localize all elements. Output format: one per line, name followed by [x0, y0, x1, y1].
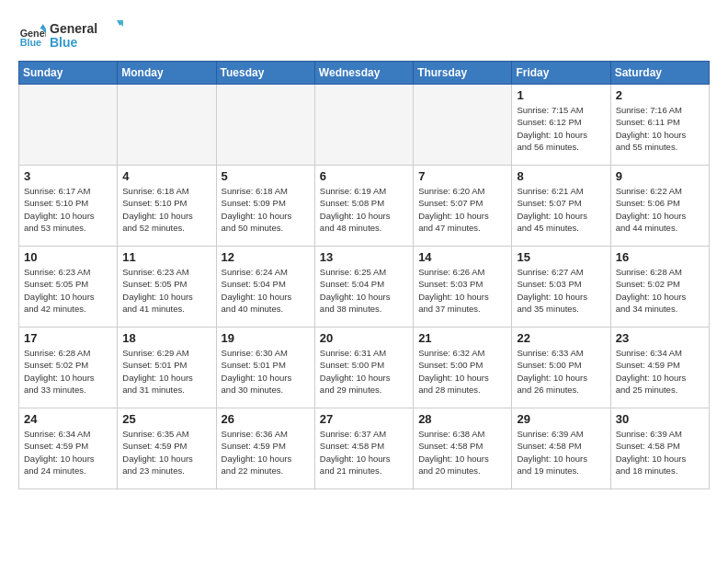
day-number: 10	[24, 250, 112, 264]
page-header: General Blue General Blue	[18, 18, 710, 52]
weekday-header-friday: Friday	[512, 62, 610, 85]
calendar-table: SundayMondayTuesdayWednesdayThursdayFrid…	[18, 61, 710, 489]
calendar-cell: 9Sunrise: 6:22 AM Sunset: 5:06 PM Daylig…	[610, 166, 709, 247]
day-info: Sunrise: 6:21 AM Sunset: 5:07 PM Dayligh…	[517, 185, 605, 234]
day-info: Sunrise: 6:34 AM Sunset: 4:59 PM Dayligh…	[24, 428, 112, 477]
day-number: 27	[320, 412, 408, 426]
day-number: 30	[616, 412, 704, 426]
day-info: Sunrise: 6:26 AM Sunset: 5:03 PM Dayligh…	[418, 266, 506, 315]
calendar-cell	[414, 85, 512, 166]
logo: General Blue General Blue	[18, 18, 123, 52]
calendar-cell	[118, 85, 216, 166]
day-number: 24	[24, 412, 112, 426]
weekday-header-row: SundayMondayTuesdayWednesdayThursdayFrid…	[19, 62, 710, 85]
svg-text:General: General	[50, 21, 97, 36]
day-number: 13	[320, 250, 408, 264]
day-info: Sunrise: 6:39 AM Sunset: 4:58 PM Dayligh…	[616, 428, 704, 477]
day-number: 19	[222, 331, 310, 345]
calendar-cell: 2Sunrise: 7:16 AM Sunset: 6:11 PM Daylig…	[610, 85, 709, 166]
day-info: Sunrise: 6:19 AM Sunset: 5:08 PM Dayligh…	[320, 185, 408, 234]
day-number: 1	[517, 88, 605, 102]
day-info: Sunrise: 6:17 AM Sunset: 5:10 PM Dayligh…	[24, 185, 112, 234]
calendar-cell: 17Sunrise: 6:28 AM Sunset: 5:02 PM Dayli…	[19, 327, 118, 408]
day-info: Sunrise: 6:32 AM Sunset: 5:00 PM Dayligh…	[418, 347, 506, 396]
day-info: Sunrise: 7:16 AM Sunset: 6:11 PM Dayligh…	[616, 104, 704, 153]
day-number: 20	[320, 331, 408, 345]
day-info: Sunrise: 6:36 AM Sunset: 4:59 PM Dayligh…	[222, 428, 310, 477]
day-info: Sunrise: 6:35 AM Sunset: 4:59 PM Dayligh…	[122, 428, 210, 477]
weekday-header-wednesday: Wednesday	[314, 62, 413, 85]
calendar-cell: 22Sunrise: 6:33 AM Sunset: 5:00 PM Dayli…	[512, 327, 610, 408]
calendar-cell: 6Sunrise: 6:19 AM Sunset: 5:08 PM Daylig…	[314, 166, 413, 247]
day-number: 14	[418, 250, 506, 264]
calendar-cell: 10Sunrise: 6:23 AM Sunset: 5:05 PM Dayli…	[19, 247, 118, 327]
calendar-cell: 13Sunrise: 6:25 AM Sunset: 5:04 PM Dayli…	[314, 247, 413, 327]
day-info: Sunrise: 6:31 AM Sunset: 5:00 PM Dayligh…	[320, 347, 408, 396]
calendar-cell: 3Sunrise: 6:17 AM Sunset: 5:10 PM Daylig…	[19, 166, 118, 247]
calendar-cell: 1Sunrise: 7:15 AM Sunset: 6:12 PM Daylig…	[512, 85, 610, 166]
calendar-cell: 29Sunrise: 6:39 AM Sunset: 4:58 PM Dayli…	[512, 408, 610, 489]
weekday-header-tuesday: Tuesday	[216, 62, 314, 85]
day-number: 7	[418, 169, 506, 183]
day-number: 11	[122, 250, 210, 264]
day-info: Sunrise: 6:25 AM Sunset: 5:04 PM Dayligh…	[320, 266, 408, 315]
calendar-cell: 14Sunrise: 6:26 AM Sunset: 5:03 PM Dayli…	[414, 247, 512, 327]
day-info: Sunrise: 6:29 AM Sunset: 5:01 PM Dayligh…	[122, 347, 210, 396]
day-info: Sunrise: 6:30 AM Sunset: 5:01 PM Dayligh…	[222, 347, 310, 396]
calendar-cell: 23Sunrise: 6:34 AM Sunset: 4:59 PM Dayli…	[610, 327, 709, 408]
week-row-2: 3Sunrise: 6:17 AM Sunset: 5:10 PM Daylig…	[19, 166, 710, 247]
calendar-cell: 24Sunrise: 6:34 AM Sunset: 4:59 PM Dayli…	[19, 408, 118, 489]
day-info: Sunrise: 6:23 AM Sunset: 5:05 PM Dayligh…	[122, 266, 210, 315]
svg-marker-2	[40, 24, 46, 29]
calendar-cell: 15Sunrise: 6:27 AM Sunset: 5:03 PM Dayli…	[512, 247, 610, 327]
day-number: 9	[616, 169, 704, 183]
day-number: 5	[222, 169, 310, 183]
day-info: Sunrise: 6:34 AM Sunset: 4:59 PM Dayligh…	[616, 347, 704, 396]
day-info: Sunrise: 6:39 AM Sunset: 4:58 PM Dayligh…	[517, 428, 605, 477]
day-info: Sunrise: 6:18 AM Sunset: 5:09 PM Dayligh…	[222, 185, 310, 234]
day-info: Sunrise: 6:23 AM Sunset: 5:05 PM Dayligh…	[24, 266, 112, 315]
day-number: 21	[418, 331, 506, 345]
logo-svg: General Blue	[50, 18, 123, 52]
weekday-header-thursday: Thursday	[414, 62, 512, 85]
calendar-cell: 30Sunrise: 6:39 AM Sunset: 4:58 PM Dayli…	[610, 408, 709, 489]
week-row-3: 10Sunrise: 6:23 AM Sunset: 5:05 PM Dayli…	[19, 247, 710, 327]
calendar-cell: 12Sunrise: 6:24 AM Sunset: 5:04 PM Dayli…	[216, 247, 314, 327]
calendar-cell: 19Sunrise: 6:30 AM Sunset: 5:01 PM Dayli…	[216, 327, 314, 408]
calendar-cell: 18Sunrise: 6:29 AM Sunset: 5:01 PM Dayli…	[118, 327, 216, 408]
day-number: 3	[24, 169, 112, 183]
calendar-cell: 4Sunrise: 6:18 AM Sunset: 5:10 PM Daylig…	[118, 166, 216, 247]
day-number: 18	[122, 331, 210, 345]
svg-text:Blue: Blue	[50, 35, 78, 50]
calendar-cell: 11Sunrise: 6:23 AM Sunset: 5:05 PM Dayli…	[118, 247, 216, 327]
weekday-header-monday: Monday	[118, 62, 216, 85]
day-info: Sunrise: 7:15 AM Sunset: 6:12 PM Dayligh…	[517, 104, 605, 153]
day-info: Sunrise: 6:20 AM Sunset: 5:07 PM Dayligh…	[418, 185, 506, 234]
calendar-cell	[216, 85, 314, 166]
day-info: Sunrise: 6:24 AM Sunset: 5:04 PM Dayligh…	[222, 266, 310, 315]
svg-text:Blue: Blue	[20, 37, 41, 48]
weekday-header-sunday: Sunday	[19, 62, 118, 85]
day-number: 26	[222, 412, 310, 426]
day-number: 23	[616, 331, 704, 345]
calendar-cell: 5Sunrise: 6:18 AM Sunset: 5:09 PM Daylig…	[216, 166, 314, 247]
day-number: 15	[517, 250, 605, 264]
week-row-1: 1Sunrise: 7:15 AM Sunset: 6:12 PM Daylig…	[19, 85, 710, 166]
day-info: Sunrise: 6:22 AM Sunset: 5:06 PM Dayligh…	[616, 185, 704, 234]
weekday-header-saturday: Saturday	[610, 62, 709, 85]
day-number: 4	[122, 169, 210, 183]
day-info: Sunrise: 6:27 AM Sunset: 5:03 PM Dayligh…	[517, 266, 605, 315]
day-info: Sunrise: 6:28 AM Sunset: 5:02 PM Dayligh…	[24, 347, 112, 396]
calendar-cell: 26Sunrise: 6:36 AM Sunset: 4:59 PM Dayli…	[216, 408, 314, 489]
calendar-cell	[314, 85, 413, 166]
day-number: 17	[24, 331, 112, 345]
day-info: Sunrise: 6:18 AM Sunset: 5:10 PM Dayligh…	[122, 185, 210, 234]
day-info: Sunrise: 6:38 AM Sunset: 4:58 PM Dayligh…	[418, 428, 506, 477]
logo-icon: General Blue	[18, 21, 46, 49]
day-info: Sunrise: 6:28 AM Sunset: 5:02 PM Dayligh…	[616, 266, 704, 315]
calendar-cell: 28Sunrise: 6:38 AM Sunset: 4:58 PM Dayli…	[414, 408, 512, 489]
calendar-cell: 20Sunrise: 6:31 AM Sunset: 5:00 PM Dayli…	[314, 327, 413, 408]
calendar-cell: 7Sunrise: 6:20 AM Sunset: 5:07 PM Daylig…	[414, 166, 512, 247]
day-number: 8	[517, 169, 605, 183]
calendar-cell: 21Sunrise: 6:32 AM Sunset: 5:00 PM Dayli…	[414, 327, 512, 408]
